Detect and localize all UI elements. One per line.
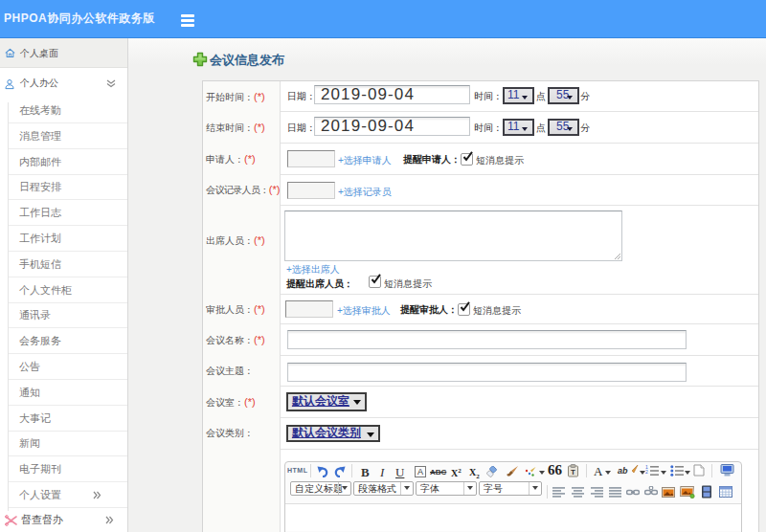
svg-text:2: 2: [645, 469, 648, 475]
svg-text:T: T: [571, 468, 575, 477]
